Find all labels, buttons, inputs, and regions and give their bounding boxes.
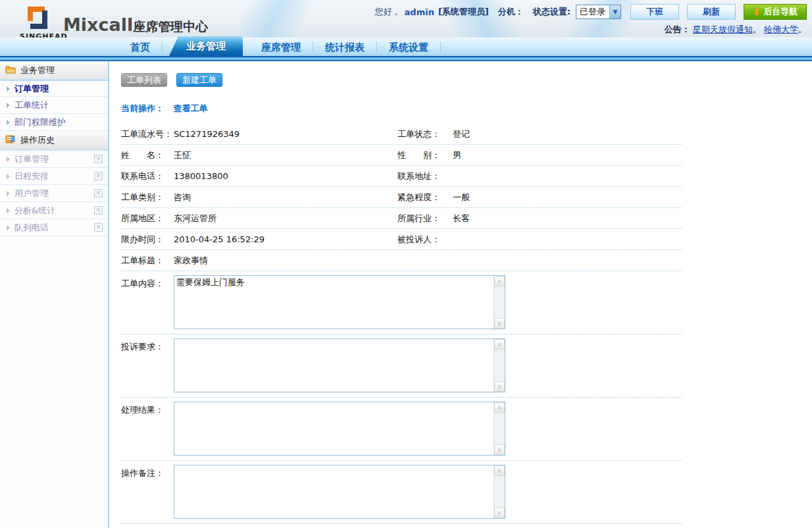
history-item-label: 日程安排 xyxy=(14,171,49,182)
arrow-right-icon xyxy=(7,225,10,230)
field-label-title: 工单标题： xyxy=(121,255,174,267)
form-row-category-urgency: 工单类别： 咨询 紧急程度： 一般 xyxy=(121,187,682,208)
close-icon[interactable]: ✕ xyxy=(94,189,103,198)
scroll-down-icon[interactable]: ∨ xyxy=(494,444,505,455)
field-value-status: 登记 xyxy=(453,128,682,140)
scroll-up-icon[interactable]: ∧ xyxy=(494,339,505,350)
field-value-title: 家政事情 xyxy=(174,255,682,267)
tab-business-management[interactable]: 业务管理 xyxy=(169,36,243,56)
scroll-down-icon[interactable]: ∨ xyxy=(494,381,505,392)
process-result-textarea-box: ∧ ∨ xyxy=(174,402,505,456)
scroll-up-icon[interactable]: ∧ xyxy=(494,465,505,476)
scroll-down-icon[interactable]: ∨ xyxy=(494,508,505,518)
down-arrow-icon: ⬇ xyxy=(753,7,761,17)
sidebar: 业务管理 订单管理 工单统计 部门权限维护 操作历史 订单管理 ✕ 日 xyxy=(0,61,109,528)
current-operation-value[interactable]: 查看工单 xyxy=(174,103,208,113)
sidebar-section-title: 操作历史 xyxy=(20,134,55,146)
form-row-operation-note: 操作备注： ∧ ∨ xyxy=(121,461,682,524)
form-row-serial-status: 工单流水号： SC1271926349 工单状态： 登记 xyxy=(121,124,682,145)
tab-seat-management[interactable]: 座席管理 xyxy=(249,39,313,56)
field-value-region: 东河运管所 xyxy=(174,213,397,224)
scroll-up-icon[interactable]: ∧ xyxy=(494,402,505,413)
current-operation: 当前操作： 查看工单 xyxy=(121,103,812,115)
form-row-complaint-request: 投诉要求： ∧ ∨ xyxy=(121,334,682,398)
scrollbar[interactable]: ∧ ∨ xyxy=(494,465,505,518)
close-icon[interactable]: ✕ xyxy=(94,172,103,180)
announcement-link-1[interactable]: 星期天放假通知 xyxy=(693,24,753,34)
status-select[interactable]: 已登录 ▼ xyxy=(576,5,621,19)
history-item-label: 分析&统计 xyxy=(14,205,55,217)
sidebar-item-dept-permission[interactable]: 部门权限维护 xyxy=(0,114,108,131)
close-icon[interactable]: ✕ xyxy=(94,206,103,215)
history-item-queue-calls[interactable]: 队列电话 ✕ xyxy=(0,219,108,236)
operation-note-textarea-box: ∧ ∨ xyxy=(174,465,505,519)
field-label-operation-note: 操作备注： xyxy=(121,465,174,479)
scrollbar[interactable]: ∧ ∨ xyxy=(494,339,505,392)
singhead-logo-icon xyxy=(20,5,55,32)
form-row-title: 工单标题： 家政事情 xyxy=(121,250,682,271)
tab-statistics-report[interactable]: 统计报表 xyxy=(313,39,376,56)
close-icon[interactable]: ✕ xyxy=(94,155,103,163)
field-label-region: 所属地区： xyxy=(121,213,174,224)
sidebar-item-label: 工单统计 xyxy=(14,99,49,111)
history-item-schedule[interactable]: 日程安排 ✕ xyxy=(0,168,108,185)
content-textarea[interactable]: 需要保姆上门服务 xyxy=(174,276,494,329)
form-row-process-result: 处理结果： ∧ ∨ xyxy=(121,398,682,461)
arrow-right-icon xyxy=(7,86,10,92)
form-row-content: 工单内容： 需要保姆上门服务 ∧ ∨ xyxy=(121,271,682,334)
main-content: 工单列表 新建工单 当前操作： 查看工单 工单流水号： SC1271926349… xyxy=(109,61,812,528)
history-item-label: 订单管理 xyxy=(14,153,49,165)
nav-divider xyxy=(162,41,163,52)
history-item-label: 用户管理 xyxy=(14,188,49,199)
workorder-list-button[interactable]: 工单列表 xyxy=(121,73,167,87)
announcement-sep-1: 。 xyxy=(753,24,761,34)
off-duty-button[interactable]: 下班 xyxy=(630,4,679,20)
complaint-request-textarea[interactable] xyxy=(174,339,494,392)
sidebar-item-workorder-stats[interactable]: 工单统计 xyxy=(0,97,108,114)
history-item-order-management[interactable]: 订单管理 ✕ xyxy=(0,151,108,168)
refresh-button[interactable]: 刷新 xyxy=(687,4,736,20)
process-result-textarea[interactable] xyxy=(174,402,494,455)
field-label-process-result: 处理结果： xyxy=(121,402,174,416)
header: SINGHEAD Mixcall座席管理中心 您好， admin [系统管理员]… xyxy=(0,0,812,38)
tab-system-settings[interactable]: 系统设置 xyxy=(377,39,440,56)
form-row-phone-address: 联系电话： 1380013800 联系地址： xyxy=(121,166,682,187)
product-name: Mixcall xyxy=(63,14,133,35)
tab-home[interactable]: 首页 xyxy=(118,39,162,56)
sidebar-item-order-management[interactable]: 订单管理 xyxy=(0,80,108,97)
complaint-request-textarea-box: ∧ ∨ xyxy=(174,338,505,392)
backend-nav-button[interactable]: ⬇ 后台导航 xyxy=(744,4,807,20)
form-row-name-gender: 姓 名： 王怔 性 别： 男 xyxy=(121,145,682,166)
chevron-down-icon[interactable]: ▼ xyxy=(609,5,621,18)
extension-label: 分机： xyxy=(498,6,524,18)
field-label-serial: 工单流水号： xyxy=(121,128,174,140)
close-icon[interactable]: ✕ xyxy=(94,223,103,232)
field-value-serial: SC1271926349 xyxy=(174,129,397,139)
announcement-row: 公告： 星期天放假通知。 哈佛大学。 xyxy=(375,24,807,36)
field-value-phone: 1380013800 xyxy=(174,171,397,181)
operation-note-textarea[interactable] xyxy=(174,465,494,518)
scroll-down-icon[interactable]: ∨ xyxy=(494,318,505,329)
singhead-logo: SINGHEAD xyxy=(20,5,55,41)
field-value-urgency: 一般 xyxy=(453,192,682,203)
field-value-gender: 男 xyxy=(453,149,682,161)
sidebar-item-label: 部门权限维护 xyxy=(14,117,66,128)
announcement-link-2[interactable]: 哈佛大学 xyxy=(764,24,798,34)
scroll-up-icon[interactable]: ∧ xyxy=(494,276,505,286)
brand: SINGHEAD Mixcall座席管理中心 xyxy=(0,0,208,41)
scrollbar[interactable]: ∧ ∨ xyxy=(494,402,505,455)
history-item-user-management[interactable]: 用户管理 ✕ xyxy=(0,185,108,202)
field-label-category: 工单类别： xyxy=(121,192,174,203)
sidebar-section-title: 业务管理 xyxy=(20,65,55,76)
nav-underbar xyxy=(0,56,812,61)
new-workorder-button[interactable]: 新建工单 xyxy=(176,73,222,87)
arrow-right-icon xyxy=(7,208,10,213)
field-label-status: 工单状态： xyxy=(397,128,453,140)
field-value-category: 咨询 xyxy=(174,192,397,203)
field-label-complaint-request: 投诉要求： xyxy=(121,338,174,353)
history-item-analysis-stats[interactable]: 分析&统计 ✕ xyxy=(0,202,108,219)
field-label-address: 联系地址： xyxy=(397,171,453,182)
arrow-right-icon xyxy=(7,157,10,162)
scrollbar[interactable]: ∧ ∨ xyxy=(494,276,505,329)
app-title: Mixcall座席管理中心 xyxy=(63,14,208,36)
